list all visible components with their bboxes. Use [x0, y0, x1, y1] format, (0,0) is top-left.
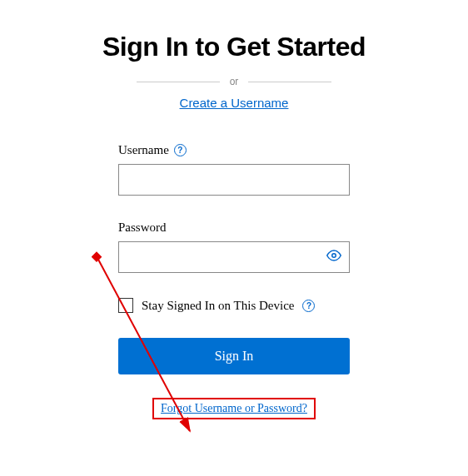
- password-label: Password: [118, 221, 167, 235]
- signin-form-container: Sign In to Get Started or Create a Usern…: [0, 0, 468, 436]
- username-group: Username ?: [118, 143, 350, 196]
- forgot-password-link[interactable]: Forgot Username or Password?: [152, 398, 316, 419]
- page-title: Sign In to Get Started: [102, 32, 366, 62]
- password-input-wrapper: [118, 241, 350, 273]
- stay-signed-checkbox[interactable]: [118, 298, 133, 313]
- password-label-row: Password: [118, 221, 350, 235]
- username-label-row: Username ?: [118, 143, 350, 157]
- create-username-link[interactable]: Create a Username: [180, 96, 289, 110]
- username-label: Username: [118, 143, 169, 157]
- stay-signed-row: Stay Signed In on This Device ?: [118, 298, 350, 313]
- divider-line-right: [248, 82, 331, 82]
- svg-point-0: [332, 254, 336, 258]
- username-help-icon[interactable]: ?: [174, 144, 187, 156]
- divider-line-left: [137, 82, 220, 82]
- or-text: or: [230, 76, 239, 87]
- password-group: Password: [118, 221, 350, 273]
- signin-button[interactable]: Sign In: [118, 338, 350, 374]
- show-password-icon[interactable]: [326, 248, 341, 266]
- username-input[interactable]: [118, 164, 350, 196]
- stay-signed-help-icon[interactable]: ?: [302, 300, 315, 312]
- password-input[interactable]: [118, 241, 350, 273]
- stay-signed-label: Stay Signed In on This Device: [142, 299, 294, 313]
- divider: or: [137, 76, 332, 87]
